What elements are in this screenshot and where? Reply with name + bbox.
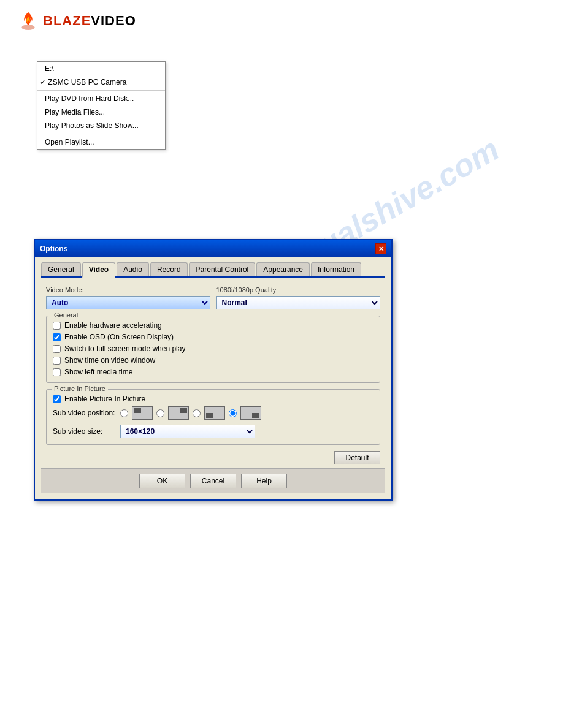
tab-parental[interactable]: Parental Control bbox=[189, 262, 256, 276]
pip-pos-br-radio[interactable] bbox=[229, 409, 237, 417]
video-mode-label: Video Mode: bbox=[46, 286, 210, 294]
pip-pos-br-icon bbox=[240, 406, 261, 420]
dialog-titlebar: Options ✕ bbox=[35, 240, 391, 257]
help-button[interactable]: Help bbox=[241, 474, 287, 488]
fullscreen-label: Switch to full screen mode when play bbox=[64, 344, 185, 353]
pip-pos-tl-icon bbox=[132, 406, 153, 420]
pip-pos-tl-radio[interactable] bbox=[120, 409, 128, 417]
video-mode-group: Video Mode: Auto Software Hardware VMR9 … bbox=[46, 286, 210, 309]
pip-position-label: Sub video position: bbox=[53, 409, 120, 417]
tab-information[interactable]: Information bbox=[311, 262, 361, 276]
dialog-close-button[interactable]: ✕ bbox=[375, 243, 386, 254]
hw-accel-checkbox[interactable] bbox=[53, 322, 61, 330]
checkbox-show-time: Show time on video window bbox=[53, 356, 373, 365]
menu-item-open-playlist[interactable]: Open Playlist... bbox=[37, 135, 165, 149]
left-media-checkbox[interactable] bbox=[53, 368, 61, 376]
general-group-title: General bbox=[52, 311, 80, 319]
menu-item-play-media[interactable]: Play Media Files... bbox=[37, 105, 165, 119]
quality-group: 1080i/1080p Quality Normal High Low bbox=[216, 286, 381, 309]
pip-enable-label: Enable Picture In Picture bbox=[64, 395, 145, 403]
pip-position-options bbox=[120, 406, 261, 420]
menu-item-play-dvd[interactable]: Play DVD from Hard Disk... bbox=[37, 92, 165, 105]
show-time-label: Show time on video window bbox=[64, 356, 155, 365]
video-mode-select[interactable]: Auto Software Hardware VMR9 VMR7 bbox=[46, 296, 210, 309]
pip-size-label: Sub video size: bbox=[53, 427, 120, 436]
menu-item-play-photos[interactable]: Play Photos as Slide Show... bbox=[37, 119, 165, 132]
osd-label: Enable OSD (On Screen Display) bbox=[64, 333, 174, 341]
left-media-label: Show left media time bbox=[64, 368, 132, 376]
video-mode-quality-row: Video Mode: Auto Software Hardware VMR9 … bbox=[46, 286, 380, 309]
tab-appearance[interactable]: Appearance bbox=[256, 262, 310, 276]
default-btn-row: Default bbox=[46, 451, 380, 464]
default-button[interactable]: Default bbox=[334, 451, 380, 464]
pip-position-row: Sub video position: bbox=[53, 406, 373, 420]
pip-size-row: Sub video size: 160×120 240×180 320×240 … bbox=[53, 425, 373, 438]
tab-general[interactable]: General bbox=[41, 262, 81, 276]
logo-flame-icon bbox=[18, 11, 38, 31]
osd-checkbox[interactable] bbox=[53, 333, 61, 341]
general-group: General Enable hardware accelerating Ena… bbox=[46, 316, 380, 383]
logo-text: BlazeVideo bbox=[43, 13, 136, 29]
show-time-checkbox[interactable] bbox=[53, 357, 61, 365]
tab-record[interactable]: Record bbox=[150, 262, 188, 276]
quality-label: 1080i/1080p Quality bbox=[216, 286, 381, 294]
dialog-buttons: OK Cancel Help bbox=[41, 468, 385, 493]
pip-pos-tr-icon bbox=[168, 406, 189, 420]
pip-pos-bl-radio[interactable] bbox=[193, 409, 201, 417]
checkbox-hw-accel: Enable hardware accelerating bbox=[53, 321, 373, 330]
tabs-row: General Video Audio Record Parental Cont… bbox=[41, 262, 385, 278]
menu-item-drive-e[interactable]: E:\ bbox=[37, 62, 165, 75]
pip-size-select[interactable]: 160×120 240×180 320×240 480×360 bbox=[120, 425, 255, 438]
fullscreen-checkbox[interactable] bbox=[53, 345, 61, 353]
cancel-button[interactable]: Cancel bbox=[190, 474, 236, 488]
checkbox-left-media: Show left media time bbox=[53, 368, 373, 376]
pip-pos-tr-radio[interactable] bbox=[156, 409, 164, 417]
svg-point-0 bbox=[21, 25, 34, 30]
footer-line bbox=[0, 691, 563, 691]
separator-1 bbox=[37, 90, 165, 91]
checkbox-fullscreen: Switch to full screen mode when play bbox=[53, 344, 373, 353]
dialog-content: Video Mode: Auto Software Hardware VMR9 … bbox=[41, 282, 385, 468]
tab-audio[interactable]: Audio bbox=[117, 262, 149, 276]
pip-pos-bl-icon bbox=[204, 406, 225, 420]
pip-group-title: Picture In Picture bbox=[52, 385, 108, 392]
separator-2 bbox=[37, 134, 165, 134]
checkbox-osd: Enable OSD (On Screen Display) bbox=[53, 333, 373, 341]
logo-video: Video bbox=[91, 13, 136, 28]
tab-video[interactable]: Video bbox=[82, 262, 115, 278]
dialog-title: Options bbox=[40, 245, 67, 253]
pip-group: Picture In Picture Enable Picture In Pic… bbox=[46, 389, 380, 445]
pip-enable-row: Enable Picture In Picture bbox=[53, 395, 373, 403]
dropdown-menu: E:\ ZSMC USB PC Camera Play DVD from Har… bbox=[37, 61, 166, 150]
ok-button[interactable]: OK bbox=[139, 474, 185, 488]
hw-accel-label: Enable hardware accelerating bbox=[64, 321, 162, 330]
pip-enable-checkbox[interactable] bbox=[53, 395, 61, 403]
options-dialog: Options ✕ General Video Audio Record Par… bbox=[34, 239, 393, 501]
quality-select[interactable]: Normal High Low bbox=[216, 296, 381, 309]
dialog-body: General Video Audio Record Parental Cont… bbox=[35, 257, 391, 499]
logo-blaze: Blaze bbox=[43, 13, 91, 28]
header: BlazeVideo bbox=[0, 0, 563, 37]
menu-item-zsmc[interactable]: ZSMC USB PC Camera bbox=[37, 75, 165, 89]
